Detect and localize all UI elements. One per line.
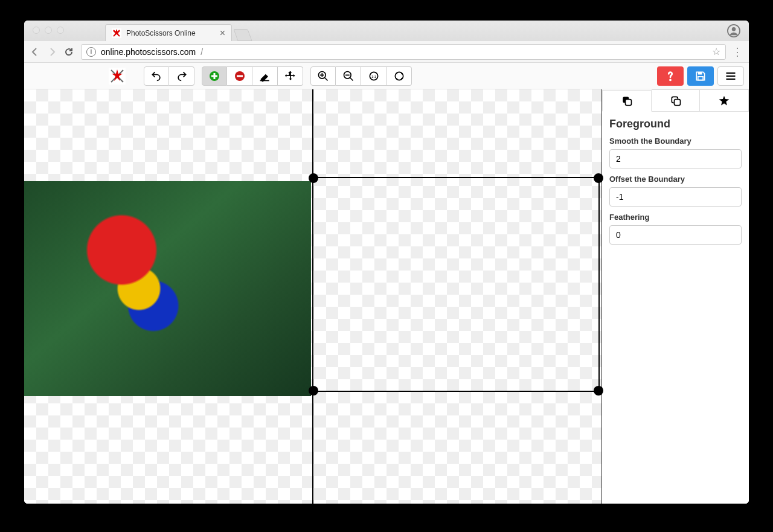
tab-foreground[interactable] xyxy=(602,90,652,112)
svg-rect-19 xyxy=(698,76,703,80)
canvas-area[interactable] xyxy=(24,89,601,504)
svg-point-3 xyxy=(732,27,736,31)
browser-window: PhotoScissors Online × i online.photosci… xyxy=(24,21,749,504)
zoom-fit-button[interactable] xyxy=(386,66,412,86)
foreground-panel: Foreground Smooth the Boundary 2 Offset … xyxy=(602,112,749,251)
tab-strip: PhotoScissors Online × xyxy=(24,21,749,41)
crop-handle-bl[interactable] xyxy=(309,386,318,396)
browser-menu-icon[interactable]: ⋮ xyxy=(732,45,743,59)
svg-rect-21 xyxy=(625,99,631,105)
back-button[interactable] xyxy=(30,47,41,57)
reload-button[interactable] xyxy=(64,47,75,57)
favicon-icon xyxy=(112,28,121,38)
app-logo-icon xyxy=(109,68,126,85)
address-bar-row: i online.photoscissors.com/ ☆ ⋮ xyxy=(24,41,749,63)
crop-handle-tr[interactable] xyxy=(594,173,603,183)
svg-marker-24 xyxy=(719,95,730,105)
svg-text:1:1: 1:1 xyxy=(371,74,376,78)
svg-point-17 xyxy=(669,79,672,81)
tab-title: PhotoScissors Online xyxy=(126,29,196,37)
smooth-boundary-select[interactable]: 2 xyxy=(609,149,742,168)
forward-button[interactable] xyxy=(47,47,58,57)
svg-line-11 xyxy=(325,77,328,80)
save-button[interactable] xyxy=(687,66,714,86)
help-button[interactable] xyxy=(657,66,684,86)
close-tab-icon[interactable]: × xyxy=(220,28,225,38)
svg-rect-9 xyxy=(260,80,269,81)
site-info-icon[interactable]: i xyxy=(86,47,96,57)
sidebar-tabs xyxy=(602,89,749,112)
feathering-label: Feathering xyxy=(609,213,742,222)
address-bar[interactable]: i online.photoscissors.com/ ☆ xyxy=(81,44,726,60)
svg-rect-8 xyxy=(237,75,243,77)
properties-sidebar: Foreground Smooth the Boundary 2 Offset … xyxy=(601,89,749,504)
svg-rect-23 xyxy=(674,99,680,105)
crop-handle-br[interactable] xyxy=(594,386,603,396)
bookmark-star-icon[interactable]: ☆ xyxy=(712,46,720,57)
mark-foreground-button[interactable] xyxy=(202,66,227,86)
crop-rectangle[interactable] xyxy=(312,177,600,392)
svg-line-13 xyxy=(350,77,353,80)
tab-effect[interactable] xyxy=(700,89,749,111)
zoom-actual-button[interactable]: 1:1 xyxy=(361,66,386,86)
app-root: 1:1 xyxy=(24,63,749,504)
offset-label: Offset the Boundary xyxy=(609,175,742,184)
mark-background-button[interactable] xyxy=(227,66,252,86)
url-path: / xyxy=(200,47,203,57)
redo-button[interactable] xyxy=(169,66,194,86)
app-toolbar: 1:1 xyxy=(24,63,749,89)
url-host: online.photoscissors.com xyxy=(101,47,196,57)
undo-button[interactable] xyxy=(144,66,169,86)
source-image xyxy=(24,181,311,396)
workspace: Foreground Smooth the Boundary 2 Offset … xyxy=(24,89,749,504)
zoom-in-button[interactable] xyxy=(310,66,336,86)
offset-boundary-input[interactable] xyxy=(609,187,742,207)
zoom-out-button[interactable] xyxy=(336,66,361,86)
smooth-label: Smooth the Boundary xyxy=(609,136,742,146)
svg-rect-18 xyxy=(698,72,702,74)
crop-handle-tl[interactable] xyxy=(309,173,318,183)
panel-heading: Foreground xyxy=(609,118,742,130)
move-tool-button[interactable] xyxy=(278,66,303,86)
new-tab-button[interactable] xyxy=(233,29,252,41)
feathering-input[interactable] xyxy=(609,225,742,245)
app-menu-button[interactable] xyxy=(717,66,744,86)
browser-tab[interactable]: PhotoScissors Online × xyxy=(105,24,232,41)
tab-background[interactable] xyxy=(652,89,701,111)
window-controls[interactable] xyxy=(29,21,69,34)
eraser-button[interactable] xyxy=(252,66,278,86)
profile-icon[interactable] xyxy=(727,24,740,37)
